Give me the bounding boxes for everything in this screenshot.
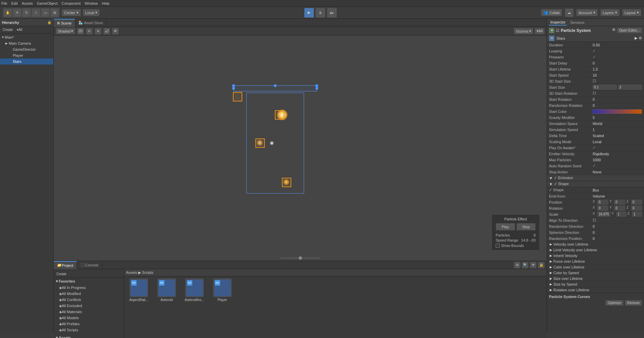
- emission-section[interactable]: ▼ ✓ Emission: [547, 175, 644, 181]
- asset-store-tab[interactable]: 🏪 Asset Store: [75, 19, 107, 27]
- limit-velocity-section[interactable]: ▶ Limit Velocity over Lifetime: [547, 247, 644, 253]
- menu-gameobject[interactable]: GameObject: [37, 1, 58, 5]
- hierarchy-item-maincamera[interactable]: ▶ Main Camera: [0, 40, 53, 46]
- shape-section[interactable]: ▼ ✓ Shape: [547, 181, 644, 187]
- position-y[interactable]: 0: [614, 200, 625, 205]
- audio-button[interactable]: 🔊: [103, 28, 110, 35]
- scale-y[interactable]: 1: [616, 212, 626, 217]
- assets-section[interactable]: ▼ Assets: [54, 334, 124, 338]
- start-delay-value[interactable]: 0: [593, 61, 642, 65]
- services-tab[interactable]: Services: [569, 20, 586, 25]
- open-editor-button[interactable]: Open Editor...: [617, 28, 642, 33]
- lighting-button[interactable]: ☀: [86, 28, 93, 35]
- start-color-swatch[interactable]: [593, 109, 642, 114]
- rotate-tool-button[interactable]: ↻: [22, 8, 31, 17]
- start-rotation-value[interactable]: 0: [593, 97, 642, 101]
- stars-settings-icon[interactable]: ⚙: [639, 36, 642, 40]
- zoom-thumb[interactable]: [299, 256, 302, 260]
- scene-tab[interactable]: ⊞ Scene: [54, 19, 75, 27]
- shading-mode-dropdown[interactable]: Shaded ▾: [56, 28, 75, 34]
- rotation-z[interactable]: 0: [631, 206, 642, 211]
- start-size-x[interactable]: 0.1: [593, 85, 617, 90]
- play-button[interactable]: ▶: [304, 8, 314, 18]
- 3d-start-rotation-value[interactable]: ☐: [593, 91, 642, 95]
- transform-tool-button[interactable]: ⊞: [50, 8, 59, 17]
- emit-from-value[interactable]: Volume: [593, 194, 642, 198]
- spherize-direction-value[interactable]: 0: [593, 230, 642, 235]
- velocity-over-lifetime-section[interactable]: ▶ Velocity over Lifetime: [547, 242, 644, 247]
- favorites-section[interactable]: ▼ Favorites: [54, 278, 124, 285]
- rotation-y[interactable]: 0: [614, 206, 625, 211]
- show-bounds-row[interactable]: Show Bounds: [496, 244, 536, 248]
- layout-button[interactable]: Layout ▾: [622, 9, 641, 16]
- menu-window[interactable]: Window: [85, 1, 98, 5]
- move-tool-button[interactable]: ✛: [13, 8, 21, 17]
- collab-button[interactable]: 👥 Collab: [541, 9, 562, 16]
- menu-component[interactable]: Component: [61, 1, 81, 5]
- stars-section-header[interactable]: ★ Stars ▶ ⚙: [547, 35, 644, 42]
- project-eye-icon[interactable]: 👁: [530, 262, 537, 268]
- project-item-allmodels[interactable]: ◈ All Models: [54, 315, 124, 321]
- scene-viewport[interactable]: Particle Effect Play Stop Particles 8 Sp…: [54, 36, 547, 261]
- color-by-speed-section[interactable]: ▶ Color by Speed: [547, 270, 644, 276]
- menu-assets[interactable]: Assets: [22, 1, 33, 5]
- hierarchy-item-main[interactable]: ▼ Main*: [0, 34, 53, 40]
- project-item-allscripts[interactable]: ◈ All Scripts: [54, 327, 124, 333]
- show-bounds-checkbox[interactable]: [496, 244, 500, 248]
- max-particles-value[interactable]: 1000: [593, 158, 642, 162]
- asset-item-asteroidins[interactable]: C# AsteroidIns...: [182, 279, 207, 302]
- stars-play-icon[interactable]: ▶: [635, 36, 637, 40]
- hierarchy-all-filter[interactable]: ▾All: [15, 28, 23, 32]
- inherit-velocity-section[interactable]: ▶ Inherit Velocity: [547, 253, 644, 259]
- size-over-lifetime-section[interactable]: ▶ Size over Lifetime: [547, 276, 644, 282]
- project-lock-icon[interactable]: 🔒: [538, 262, 545, 268]
- project-search-icon[interactable]: 🔍: [522, 262, 529, 268]
- pause-button[interactable]: ⏸: [315, 8, 326, 18]
- delta-time-value[interactable]: Scaled: [593, 134, 642, 138]
- hierarchy-item-stars[interactable]: Stars: [0, 58, 53, 65]
- particle-object-2[interactable]: [275, 110, 284, 120]
- randomize-rotation-value[interactable]: 0: [593, 103, 642, 108]
- randomize-direction-value[interactable]: 0: [593, 224, 642, 228]
- rotation-over-lifetime-section[interactable]: ▶ Rotation over Lifetime: [547, 287, 644, 293]
- randomize-position-value[interactable]: 0: [593, 237, 642, 241]
- asset-item-player[interactable]: C# Player: [210, 279, 235, 302]
- ps-settings-icon[interactable]: ⚙: [612, 28, 615, 33]
- cloud-button[interactable]: ☁: [565, 8, 574, 17]
- force-over-lifetime-section[interactable]: ▶ Force over Lifetime: [547, 259, 644, 264]
- position-x[interactable]: 0: [597, 200, 608, 205]
- particle-play-button[interactable]: Play: [496, 223, 515, 230]
- remove-button[interactable]: Remove: [625, 300, 642, 306]
- console-tab[interactable]: ⬛ Console: [77, 261, 102, 269]
- center-button[interactable]: Center ▾: [62, 9, 81, 16]
- step-button[interactable]: ⏭: [327, 8, 337, 18]
- rotation-x[interactable]: 0: [597, 206, 608, 211]
- simulation-space-value[interactable]: World: [593, 122, 642, 126]
- particle-system-component-checkbox[interactable]: ☑: [556, 28, 559, 33]
- size-by-speed-section[interactable]: ▶ Size by Speed: [547, 282, 644, 287]
- project-item-allconflicts[interactable]: ◈ All Conflicts: [54, 297, 124, 303]
- project-item-allinprogress[interactable]: ◈ All In Progress: [54, 285, 124, 291]
- stop-action-value[interactable]: None: [593, 170, 642, 174]
- account-button[interactable]: Account ▾: [576, 9, 598, 16]
- menu-edit[interactable]: Edit: [11, 1, 18, 5]
- layers-button[interactable]: Layers ▾: [600, 9, 620, 16]
- scale-tool-button[interactable]: ⤢: [32, 8, 40, 17]
- fx-button[interactable]: ✦: [95, 28, 101, 35]
- menu-help[interactable]: Help: [102, 1, 109, 5]
- color-over-lifetime-section[interactable]: ▶ Color over Lifetime: [547, 264, 644, 270]
- hierarchy-item-gamedirector[interactable]: GameDirector: [0, 46, 53, 52]
- 3d-start-size-value[interactable]: ☐: [593, 79, 642, 83]
- gizmos-dropdown[interactable]: Gizmos ▾: [514, 28, 533, 34]
- particle-stop-button[interactable]: Stop: [516, 223, 536, 230]
- auto-random-seed-value[interactable]: ✓: [593, 164, 642, 168]
- gravity-modifier-value[interactable]: 5: [593, 116, 642, 120]
- shape-value[interactable]: Box: [593, 188, 642, 192]
- start-speed-value[interactable]: 10: [593, 73, 642, 77]
- rect-tool-button[interactable]: ▭: [41, 8, 50, 17]
- prewarm-value[interactable]: ✓: [593, 55, 642, 59]
- project-item-allexcluded[interactable]: ◈ All Excluded: [54, 303, 124, 309]
- scaling-mode-value[interactable]: Local: [593, 140, 642, 144]
- project-tab[interactable]: 📁 Project: [54, 261, 77, 269]
- align-to-direction-value[interactable]: ☐: [593, 218, 642, 222]
